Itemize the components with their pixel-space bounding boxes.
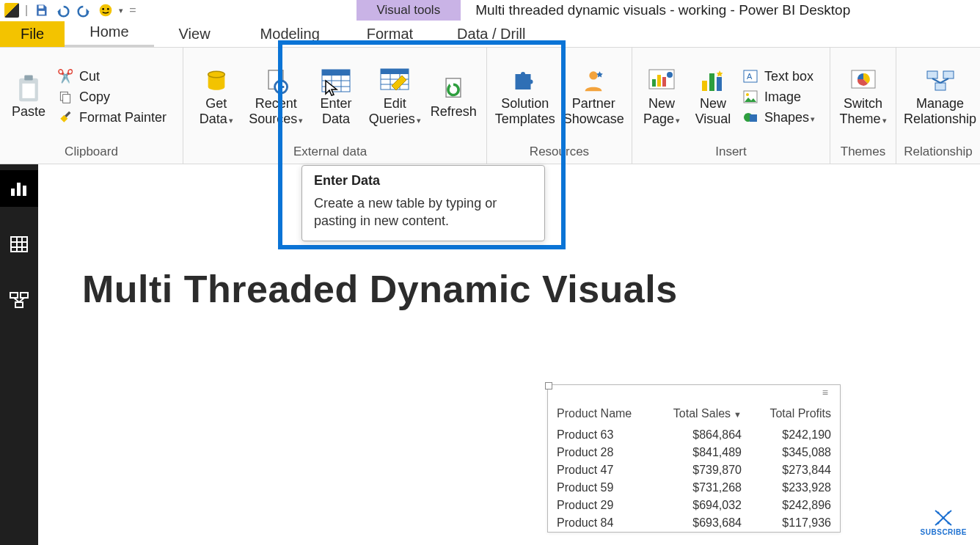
svg-text:A: A: [747, 72, 753, 81]
table-row[interactable]: Product 29$694,032$242,896: [548, 497, 840, 514]
quick-access-toolbar: | ▾ =: [0, 3, 136, 18]
tab-view[interactable]: View: [154, 21, 235, 47]
copy-button[interactable]: Copy: [57, 89, 167, 105]
group-external-data: Get Data Recent Sources Enter Data Edit …: [183, 48, 487, 164]
shapes-icon: [742, 109, 758, 125]
recent-sources-button[interactable]: Recent Sources: [249, 67, 303, 126]
qat-dropdown-icon[interactable]: ▾: [119, 6, 123, 15]
svg-point-28: [590, 72, 598, 80]
dna-icon: [932, 509, 954, 527]
redo-icon[interactable]: [76, 3, 92, 18]
recent-file-icon: [260, 67, 292, 95]
svg-rect-52: [11, 237, 27, 252]
tab-data-drill[interactable]: Data / Drill: [435, 21, 547, 47]
enter-data-button[interactable]: Enter Data: [310, 67, 361, 126]
table-header[interactable]: Total Sales▼: [653, 400, 750, 426]
table-row[interactable]: Product 84$693,684$117,936: [548, 514, 840, 532]
database-icon: [200, 67, 233, 95]
relationships-icon: [924, 67, 957, 95]
bar-chart-icon: [697, 67, 729, 95]
format-painter-button[interactable]: Format Painter: [57, 109, 167, 125]
svg-rect-42: [750, 114, 757, 122]
svg-rect-59: [15, 302, 23, 307]
tab-modeling[interactable]: Modeling: [235, 21, 345, 47]
manage-relationships-button[interactable]: Manage Relationship: [904, 67, 976, 126]
svg-point-66: [948, 522, 950, 524]
svg-rect-51: [23, 186, 26, 196]
svg-line-47: [932, 78, 940, 83]
subscribe-badge[interactable]: SUBSCRIBE: [921, 509, 967, 536]
group-label-resources: Resources: [487, 142, 632, 164]
group-resources: Solution Templates Partner Showcase Reso…: [487, 48, 632, 164]
undo-icon[interactable]: [54, 3, 70, 18]
group-label-clipboard: Clipboard: [0, 142, 183, 164]
cut-button[interactable]: ✂️ Cut: [57, 68, 167, 84]
svg-rect-49: [11, 189, 15, 196]
table-header[interactable]: Total Profits: [750, 400, 840, 426]
svg-rect-7: [22, 84, 34, 98]
svg-point-40: [746, 93, 749, 96]
svg-point-3: [102, 8, 104, 10]
table-row[interactable]: Product 63$864,864$242,190: [548, 426, 840, 444]
new-visual-button[interactable]: New Visual: [691, 67, 735, 126]
scissors-icon: ✂️: [57, 68, 73, 84]
new-page-button[interactable]: New Page: [640, 67, 684, 126]
table-row[interactable]: Product 59$731,268$233,928: [548, 479, 840, 497]
switch-theme-button[interactable]: Switch Theme: [838, 67, 888, 126]
svg-point-4: [107, 8, 109, 10]
tab-home[interactable]: Home: [65, 19, 153, 47]
solution-templates-button[interactable]: Solution Templates: [494, 67, 556, 126]
smiley-icon[interactable]: [98, 3, 113, 18]
shapes-button[interactable]: Shapes: [742, 109, 815, 125]
svg-rect-45: [943, 71, 954, 78]
tab-file[interactable]: File: [0, 21, 65, 47]
visual-drag-handle[interactable]: ≡: [548, 385, 840, 400]
report-view-button[interactable]: [0, 170, 38, 207]
svg-rect-58: [21, 293, 28, 298]
refresh-button[interactable]: Refresh: [428, 75, 479, 120]
ribbon-tab-strip: File Home View Modeling Format Data / Dr…: [0, 21, 980, 47]
table-header[interactable]: Product Name: [548, 400, 653, 426]
model-view-button[interactable]: [0, 282, 38, 318]
text-box-button[interactable]: A Text box: [742, 68, 815, 84]
svg-rect-0: [39, 5, 44, 8]
svg-rect-34: [702, 81, 707, 91]
table-row[interactable]: Product 47$739,870$273,844: [548, 461, 840, 479]
paste-button[interactable]: Paste: [7, 75, 50, 120]
svg-rect-31: [657, 75, 661, 87]
table-visual[interactable]: ≡ Product NameTotal Sales▼Total Profits …: [547, 384, 841, 533]
data-view-button[interactable]: [0, 226, 38, 263]
save-icon[interactable]: [34, 3, 48, 18]
contextual-tab-visual-tools[interactable]: Visual tools: [356, 0, 461, 21]
get-data-button[interactable]: Get Data: [191, 67, 241, 126]
svg-rect-44: [927, 71, 937, 78]
textbox-icon: A: [742, 68, 758, 84]
edit-queries-button[interactable]: Edit Queries: [369, 67, 421, 126]
svg-rect-16: [322, 70, 350, 76]
group-label-insert: Insert: [632, 142, 830, 164]
svg-point-2: [100, 4, 112, 17]
group-insert: New Page New Visual A Text box: [632, 48, 830, 164]
group-relationships: Manage Relationship Relationship: [896, 48, 980, 164]
tab-format[interactable]: Format: [345, 21, 435, 47]
page-chart-icon: [646, 67, 678, 95]
image-icon: [742, 89, 758, 105]
svg-point-65: [937, 522, 940, 524]
app-logo-icon: [4, 3, 19, 18]
svg-rect-10: [65, 111, 70, 117]
partner-showcase-button[interactable]: Partner Showcase: [563, 67, 625, 126]
svg-rect-6: [24, 75, 32, 80]
svg-rect-32: [662, 77, 666, 87]
svg-rect-36: [717, 77, 722, 91]
table-row[interactable]: Product 28$841,489$345,088: [548, 444, 840, 461]
svg-rect-46: [935, 83, 946, 90]
title-bar: | ▾ = Visual tools Multi threaded dynami…: [0, 0, 980, 21]
svg-rect-30: [652, 79, 656, 87]
page-title: Multi Threaded Dynamic Visuals: [82, 267, 678, 311]
group-label-themes: Themes: [830, 142, 896, 164]
person-star-icon: [577, 67, 610, 95]
image-button[interactable]: Image: [742, 89, 815, 105]
group-clipboard: Paste ✂️ Cut Copy Format Painte: [0, 48, 183, 164]
group-label-relationships: Relationship: [896, 142, 980, 164]
resize-handle-icon[interactable]: [545, 382, 552, 389]
